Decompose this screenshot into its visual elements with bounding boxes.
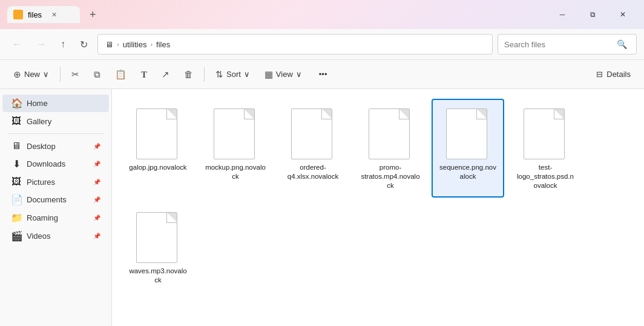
sort-icon: ⇅ xyxy=(215,69,223,80)
file-icon xyxy=(446,106,490,159)
more-button[interactable]: ••• xyxy=(313,67,334,82)
pin-icon-desktop: 📌 xyxy=(93,143,100,150)
cut-button[interactable]: ✂ xyxy=(65,66,85,83)
sidebar-item-documents-label: Documents xyxy=(27,195,67,204)
close-button[interactable]: ✕ xyxy=(609,5,637,24)
files-grid: galop.jpg.novalockmockup.png.novalockord… xyxy=(122,99,634,292)
sidebar-item-roaming-label: Roaming xyxy=(27,213,58,222)
sidebar-item-gallery[interactable]: 🖼 Gallery xyxy=(2,113,109,130)
desktop-icon: 🖥 xyxy=(11,141,22,151)
file-item[interactable]: mockup.png.novalock xyxy=(199,99,272,198)
sidebar-item-home[interactable]: 🏠 Home xyxy=(2,95,109,112)
tab-label: files xyxy=(28,10,42,19)
search-icon: 🔍 xyxy=(617,39,627,49)
file-icon xyxy=(214,106,257,159)
pictures-icon: 🖼 xyxy=(11,176,22,187)
home-icon: 🏠 xyxy=(11,98,22,109)
file-name: ordered-q4.xlsx.novalock xyxy=(283,163,343,181)
file-name: promo-stratos.mp4.novalock xyxy=(360,163,421,190)
view-label: View xyxy=(276,70,293,79)
file-item[interactable]: galop.jpg.novalock xyxy=(122,99,194,198)
tab-icon xyxy=(13,10,23,19)
sidebar-item-downloads[interactable]: ⬇ Downloads 📌 xyxy=(2,155,109,173)
new-button[interactable]: ⊕ New ∨ xyxy=(7,66,55,83)
delete-button[interactable]: 🗑 xyxy=(178,66,199,82)
paste-icon: 📋 xyxy=(115,69,126,80)
sidebar-item-pictures-label: Pictures xyxy=(27,178,55,187)
file-icon xyxy=(369,106,412,159)
sidebar-item-desktop-label: Desktop xyxy=(27,142,56,151)
file-item[interactable]: promo-stratos.mp4.novalock xyxy=(354,99,427,198)
downloads-icon: ⬇ xyxy=(11,158,22,170)
details-icon: ⊟ xyxy=(596,70,603,79)
breadcrumb[interactable]: 🖥 › utilities › files xyxy=(97,34,493,55)
sidebar-item-gallery-label: Gallery xyxy=(27,117,51,126)
roaming-icon: 📁 xyxy=(11,212,22,224)
file-item[interactable]: ordered-q4.xlsx.novalock xyxy=(277,99,349,198)
new-icon: ⊕ xyxy=(13,69,21,80)
tab-close-button[interactable]: ✕ xyxy=(51,11,57,19)
copy-button[interactable]: ⧉ xyxy=(88,66,107,83)
more-icon: ••• xyxy=(319,70,327,79)
share-button[interactable]: ↗ xyxy=(156,66,176,83)
view-icon: ▦ xyxy=(264,69,273,80)
title-bar: files ✕ + ─ ⧉ ✕ xyxy=(0,0,644,29)
documents-icon: 📄 xyxy=(11,194,22,205)
sidebar-item-documents[interactable]: 📄 Documents 📌 xyxy=(2,191,109,208)
file-item[interactable]: waves.mp3.novalock xyxy=(122,202,194,292)
file-icon xyxy=(136,106,180,159)
videos-icon: 🎬 xyxy=(11,230,22,242)
window-controls: ─ ⧉ ✕ xyxy=(548,5,637,24)
sort-label: Sort xyxy=(226,70,241,79)
gallery-icon: 🖼 xyxy=(11,116,22,127)
file-page xyxy=(214,108,255,159)
sidebar-item-home-label: Home xyxy=(27,99,48,108)
sidebar-item-pictures[interactable]: 🖼 Pictures 📌 xyxy=(2,173,109,190)
back-button[interactable]: ← xyxy=(7,36,27,52)
cut-icon: ✂ xyxy=(71,69,79,80)
nav-bar: ← → ↑ ↻ 🖥 › utilities › files 🔍 xyxy=(0,29,644,60)
file-icon xyxy=(136,210,180,263)
file-item[interactable]: sequence.png.novalock xyxy=(432,99,504,198)
sidebar-item-videos[interactable]: 🎬 Videos 📌 xyxy=(2,227,109,245)
rename-button[interactable]: 𝐓 xyxy=(135,66,153,83)
paste-button[interactable]: 📋 xyxy=(109,66,133,83)
pin-icon-downloads: 📌 xyxy=(93,161,100,167)
view-button[interactable]: ▦ View ∨ xyxy=(258,66,308,83)
file-page xyxy=(524,108,565,159)
details-label: Details xyxy=(606,70,631,79)
file-page xyxy=(446,108,487,159)
sidebar-item-videos-label: Videos xyxy=(27,231,51,241)
forward-button[interactable]: → xyxy=(31,36,51,52)
monitor-icon: 🖥 xyxy=(105,40,113,49)
refresh-button[interactable]: ↻ xyxy=(75,36,93,53)
search-box[interactable]: 🔍 xyxy=(498,34,637,55)
file-item[interactable]: test-logo_stratos.psd.novalock xyxy=(509,99,582,198)
file-icon xyxy=(291,106,335,159)
restore-button[interactable]: ⧉ xyxy=(579,5,606,24)
tab-files[interactable]: files ✕ xyxy=(7,6,80,23)
file-page xyxy=(136,212,177,263)
sidebar-item-roaming[interactable]: 📁 Roaming 📌 xyxy=(2,209,109,227)
up-button[interactable]: ↑ xyxy=(56,36,70,52)
breadcrumb-files[interactable]: files xyxy=(156,40,170,49)
breadcrumb-utilities[interactable]: utilities xyxy=(123,40,147,49)
sort-chevron: ∨ xyxy=(244,70,250,79)
details-button[interactable]: ⊟ Details xyxy=(590,67,637,82)
file-page xyxy=(291,108,332,159)
pin-icon-roaming: 📌 xyxy=(93,215,100,221)
sidebar-item-desktop[interactable]: 🖥 Desktop 📌 xyxy=(2,138,109,155)
main-area: 🏠 Home 🖼 Gallery 🖥 Desktop 📌 ⬇ Downloads… xyxy=(0,89,644,326)
file-name: sequence.png.novalock xyxy=(438,163,498,181)
share-icon: ↗ xyxy=(162,69,169,80)
sidebar: 🏠 Home 🖼 Gallery 🖥 Desktop 📌 ⬇ Downloads… xyxy=(0,89,112,326)
search-input[interactable] xyxy=(504,40,613,49)
new-tab-button[interactable]: + xyxy=(85,6,101,24)
delete-icon: 🗑 xyxy=(184,69,193,79)
rename-icon: 𝐓 xyxy=(141,69,147,80)
file-icon xyxy=(524,106,567,159)
sort-button[interactable]: ⇅ Sort ∨ xyxy=(209,66,256,83)
new-label: New xyxy=(24,70,40,79)
pin-icon-videos: 📌 xyxy=(93,233,100,239)
minimize-button[interactable]: ─ xyxy=(548,5,576,24)
